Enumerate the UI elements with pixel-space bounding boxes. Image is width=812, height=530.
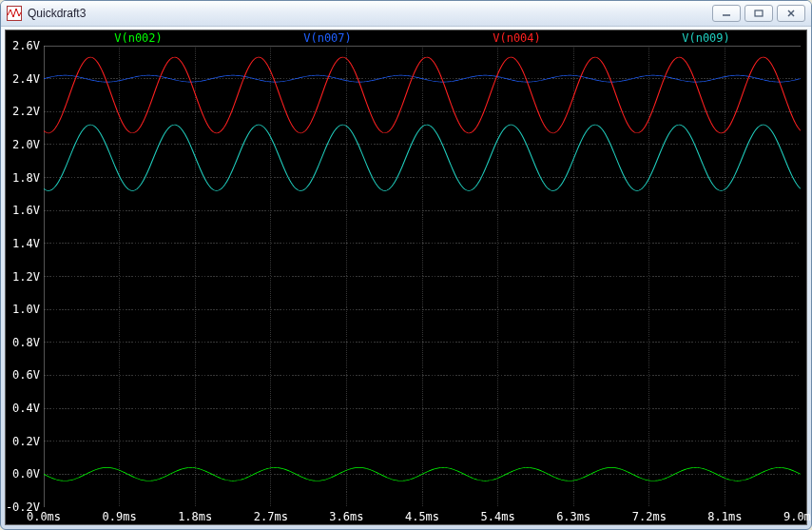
- x-tick-label: 7.2ms: [632, 509, 667, 524]
- y-tick-label: 0.6V: [12, 369, 40, 381]
- x-axis-labels: 0.0ms0.9ms1.8ms2.7ms3.6ms4.5ms5.4ms6.3ms…: [44, 509, 801, 524]
- maximize-button[interactable]: [744, 5, 773, 22]
- y-tick-label: 1.4V: [12, 238, 40, 249]
- minimize-button[interactable]: [712, 5, 741, 22]
- plot-area[interactable]: V(n002)V(n007)V(n004)V(n009) -0.2V0.0V0.…: [5, 29, 807, 525]
- titlebar[interactable]: Quickdraft3: [1, 1, 811, 27]
- svg-rect-2: [755, 10, 763, 16]
- chart-canvas[interactable]: [44, 46, 801, 507]
- y-tick-label: 0.4V: [12, 402, 40, 414]
- y-tick-label: 2.4V: [12, 73, 40, 85]
- y-tick-label: 1.2V: [12, 271, 40, 283]
- y-tick-label: 1.8V: [12, 172, 40, 184]
- x-tick-label: 0.0ms: [27, 509, 61, 524]
- legend-item[interactable]: V(n004): [474, 30, 560, 46]
- x-tick-label: 4.5ms: [405, 509, 439, 524]
- legend-item[interactable]: V(n007): [284, 30, 371, 46]
- x-tick-label: 1.8ms: [178, 509, 212, 524]
- legend-item[interactable]: V(n009): [663, 30, 749, 46]
- x-tick-label: 9.0ms: [783, 509, 812, 524]
- x-tick-label: 8.1ms: [707, 509, 742, 524]
- y-tick-label: 1.6V: [12, 205, 40, 216]
- app-window: Quickdraft3 V(n002)V(n007)V(n004)V(n009)…: [0, 0, 812, 530]
- y-tick-label: 2.2V: [12, 106, 40, 117]
- app-icon: [7, 6, 22, 21]
- x-tick-label: 0.9ms: [103, 509, 137, 524]
- window-title: Quickdraft3: [28, 7, 86, 20]
- y-tick-label: 0.0V: [12, 468, 40, 480]
- y-tick-label: 2.0V: [12, 139, 40, 150]
- x-tick-label: 5.4ms: [481, 509, 515, 524]
- legend-item[interactable]: V(n002): [95, 30, 182, 46]
- y-axis-labels: -0.2V0.0V0.2V0.4V0.6V0.8V1.0V1.2V1.4V1.6…: [6, 46, 44, 507]
- y-tick-label: 0.2V: [12, 436, 40, 447]
- x-tick-label: 3.6ms: [329, 509, 363, 524]
- x-tick-label: 6.3ms: [556, 509, 590, 524]
- legend: V(n002)V(n007)V(n004)V(n009): [44, 30, 801, 46]
- close-button[interactable]: [777, 5, 805, 22]
- y-tick-label: 1.0V: [12, 304, 40, 315]
- y-tick-label: 0.8V: [12, 337, 40, 348]
- y-tick-label: 2.6V: [12, 40, 40, 51]
- x-tick-label: 2.7ms: [254, 509, 288, 524]
